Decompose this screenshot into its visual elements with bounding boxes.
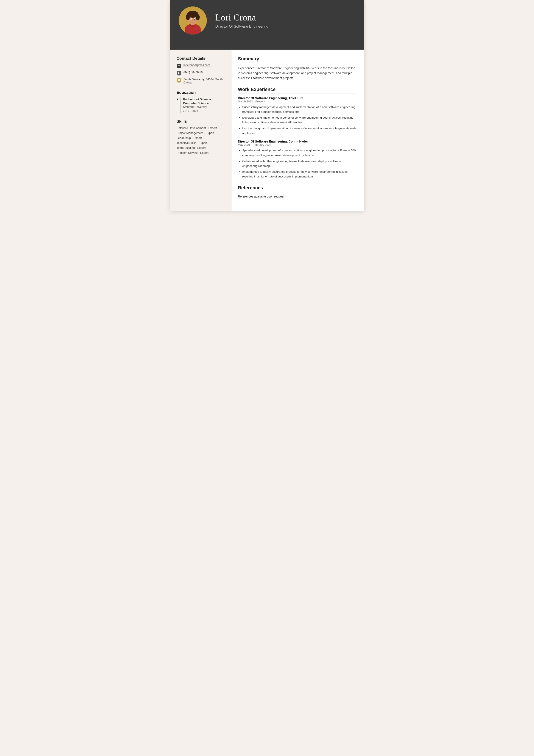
work-experience-section: Work Experience Director Of Software Eng… bbox=[238, 87, 357, 179]
skill-item: Team Building - Expert bbox=[177, 146, 226, 149]
email-icon bbox=[177, 64, 181, 68]
candidate-name: Lori Crona bbox=[216, 12, 268, 23]
job-dates: March 2023 - Present bbox=[238, 100, 357, 103]
work-experience-title: Work Experience bbox=[238, 87, 357, 94]
job-title: Director Of Software Engineering, Conn -… bbox=[238, 140, 357, 143]
svg-point-11 bbox=[194, 19, 195, 20]
references-section: References References available upon req… bbox=[238, 185, 357, 198]
skills-section: Skills Software Development - ExpertProj… bbox=[177, 119, 226, 154]
edu-school: Stanford University bbox=[183, 105, 226, 109]
job-bullet: Successfully managed development and imp… bbox=[242, 105, 357, 114]
job-item: Director Of Software Engineering, Conn -… bbox=[238, 140, 357, 179]
location-icon bbox=[177, 78, 181, 83]
references-title: References bbox=[238, 185, 357, 192]
edu-content: Bachelor of Science in Computer Science … bbox=[181, 97, 226, 113]
skill-item: Problem Solving - Expert bbox=[177, 151, 226, 154]
edu-dot bbox=[177, 98, 178, 100]
sidebar: Contact Details loricrona@gmail.com bbox=[170, 50, 232, 211]
header-text: Lori Crona Director Of Software Engineer… bbox=[216, 12, 268, 29]
skill-item: Software Development - Expert bbox=[177, 126, 226, 130]
address-item: South Geovanny, 84684, South Dakota bbox=[177, 78, 226, 84]
candidate-title: Director Of Software Engineering bbox=[216, 24, 268, 29]
email-link[interactable]: loricrona@gmail.com bbox=[184, 64, 210, 67]
job-bullets: Spearheaded development of a custom soft… bbox=[238, 148, 357, 179]
svg-point-12 bbox=[192, 20, 193, 21]
phone-item: (346) 307 9416 bbox=[177, 70, 226, 75]
skills-title: Skills bbox=[177, 119, 226, 124]
job-bullet: Developed and implemented a series of so… bbox=[242, 115, 357, 125]
references-text: References available upon request bbox=[238, 195, 357, 198]
job-bullet: Led the design and implementation of a n… bbox=[242, 126, 357, 136]
chevron-decoration bbox=[170, 41, 364, 50]
phone-value: (346) 307 9416 bbox=[184, 70, 203, 74]
avatar bbox=[179, 7, 207, 35]
job-bullet: Spearheaded development of a custom soft… bbox=[242, 148, 357, 158]
skills-list: Software Development - ExpertProject Man… bbox=[177, 126, 226, 154]
phone-icon bbox=[177, 71, 181, 75]
job-item: Director Of Software Engineering, Thiel … bbox=[238, 96, 357, 136]
svg-point-7 bbox=[188, 11, 198, 16]
skill-item: Leadership - Expert bbox=[177, 136, 226, 140]
main-content: Summary Experienced Director of Software… bbox=[232, 50, 364, 211]
jobs-list: Director Of Software Engineering, Thiel … bbox=[238, 96, 357, 179]
summary-text: Experienced Director of Software Enginee… bbox=[238, 66, 357, 81]
skill-item: Project Management - Expert bbox=[177, 131, 226, 135]
education-item: Bachelor of Science in Computer Science … bbox=[177, 97, 226, 113]
education-title: Education bbox=[177, 90, 226, 95]
skill-item: Technical Skills - Expert bbox=[177, 141, 226, 145]
summary-section: Summary Experienced Director of Software… bbox=[238, 56, 357, 81]
edu-degree: Bachelor of Science in Computer Science bbox=[183, 97, 226, 105]
job-dates: May 2021 - February 2023 bbox=[238, 143, 357, 147]
contact-section: Contact Details loricrona@gmail.com bbox=[177, 56, 226, 84]
email-item: loricrona@gmail.com bbox=[177, 64, 226, 68]
header-section: Lori Crona Director Of Software Engineer… bbox=[170, 0, 364, 41]
education-section: Education Bachelor of Science in Compute… bbox=[177, 90, 226, 113]
summary-title: Summary bbox=[238, 56, 357, 63]
edu-years: 2017 - 2021 bbox=[183, 109, 226, 113]
contact-title: Contact Details bbox=[177, 56, 226, 61]
job-bullets: Successfully managed development and imp… bbox=[238, 105, 357, 136]
job-bullet: Collaborated with other engineering team… bbox=[242, 159, 357, 168]
job-bullet: Implemented a quality assurance process … bbox=[242, 170, 357, 179]
address-value: South Geovanny, 84684, South Dakota bbox=[184, 78, 226, 84]
job-title: Director Of Software Engineering, Thiel … bbox=[238, 96, 357, 100]
svg-point-14 bbox=[179, 79, 179, 80]
svg-point-10 bbox=[191, 19, 191, 20]
resume-container: Lori Crona Director Of Software Engineer… bbox=[170, 0, 364, 211]
body-section: Contact Details loricrona@gmail.com bbox=[170, 50, 364, 211]
